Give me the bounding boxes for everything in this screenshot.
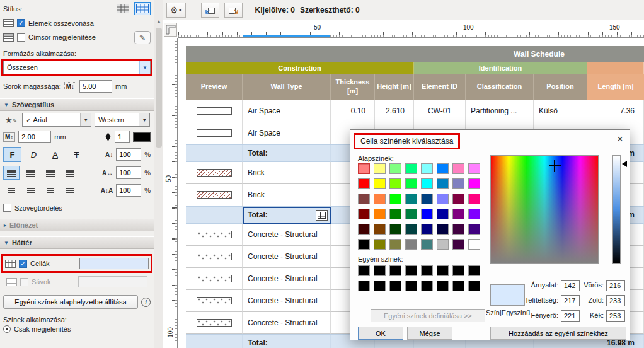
custom-color-swatch[interactable] xyxy=(468,281,480,291)
custom-color-swatch[interactable] xyxy=(437,281,449,291)
cell-wall-type[interactable]: Concrete - Structural xyxy=(243,246,331,268)
cell-total-label[interactable]: Total: xyxy=(243,145,331,162)
text-size-input[interactable] xyxy=(18,130,51,143)
close-icon[interactable]: × xyxy=(617,134,623,144)
bands-checkbox[interactable] xyxy=(20,278,28,286)
blue-value[interactable]: 253 xyxy=(606,310,625,322)
basic-color-swatch[interactable] xyxy=(374,194,386,204)
basic-color-swatch[interactable] xyxy=(452,163,464,174)
pen-number-input[interactable] xyxy=(115,130,130,143)
custom-color-swatch[interactable] xyxy=(437,265,449,276)
horizontal-ruler[interactable]: 50100150 xyxy=(178,23,644,38)
favorites-button[interactable]: ★✎ xyxy=(3,113,19,127)
basic-color-swatch[interactable] xyxy=(358,178,370,189)
luminance-arrow-icon[interactable] xyxy=(622,161,627,167)
cell-height[interactable]: 2.610 xyxy=(375,100,414,122)
scroll-up-icon[interactable]: ▲ xyxy=(154,19,163,23)
basic-color-swatch[interactable] xyxy=(358,224,370,235)
line-spacing-input[interactable] xyxy=(116,148,141,161)
custom-color-swatch[interactable] xyxy=(452,281,464,291)
valign-bottom-button[interactable] xyxy=(42,183,59,197)
preview-section[interactable]: ▸ Előnézet xyxy=(0,219,154,231)
schedule-title-row[interactable]: Wall Schedule xyxy=(186,46,644,62)
table-view-button[interactable] xyxy=(115,2,131,15)
red-value[interactable]: 216 xyxy=(606,280,625,291)
align-center-button[interactable] xyxy=(23,166,39,180)
align-left-button[interactable] xyxy=(3,166,20,180)
edit-title-button[interactable]: ✎ xyxy=(134,31,151,44)
cell-wall-type[interactable]: Concrete - Structural xyxy=(243,268,331,290)
ruler-origin-button[interactable] xyxy=(164,23,177,37)
basic-color-swatch[interactable] xyxy=(437,239,449,250)
green-value[interactable]: 233 xyxy=(606,295,625,306)
underline-button[interactable]: A xyxy=(46,147,64,162)
text-style-section[interactable]: ▼ Szövegstílus xyxy=(0,98,154,111)
basic-color-swatch[interactable] xyxy=(358,163,370,174)
row-height-input[interactable] xyxy=(79,80,112,93)
basic-color-swatch[interactable] xyxy=(405,239,417,250)
word-wrap-checkbox[interactable] xyxy=(3,204,11,212)
basic-color-swatch[interactable] xyxy=(358,209,370,219)
cell-wall-type[interactable]: Brick xyxy=(243,184,331,206)
custom-color-swatch[interactable] xyxy=(405,281,417,291)
bold-button[interactable]: F xyxy=(3,147,21,162)
align-justify-button[interactable] xyxy=(62,166,78,180)
basic-color-swatch[interactable] xyxy=(421,224,433,235)
basic-color-swatch[interactable] xyxy=(468,209,480,219)
basic-color-swatch[interactable] xyxy=(389,194,401,204)
cell-wall-type[interactable]: Concrete - Structural xyxy=(243,290,331,312)
cell-preview[interactable] xyxy=(186,207,243,224)
inject-parameters-button[interactable] xyxy=(224,3,243,18)
basic-color-swatch[interactable] xyxy=(452,194,464,204)
basic-color-swatch[interactable] xyxy=(468,163,480,174)
basic-color-swatch[interactable] xyxy=(374,224,386,235)
pickup-parameters-button[interactable] xyxy=(201,3,219,18)
custom-color-swatch[interactable] xyxy=(389,265,401,276)
pen-color-swatch[interactable] xyxy=(133,132,151,142)
basic-color-swatch[interactable] xyxy=(389,163,401,174)
basic-color-swatch[interactable] xyxy=(374,178,386,189)
column-header[interactable]: Position xyxy=(534,74,587,100)
custom-color-swatch[interactable] xyxy=(452,265,464,276)
cell-preview[interactable] xyxy=(186,335,243,348)
define-custom-colors-button[interactable]: Egyéni színek definiálása >> xyxy=(371,309,485,322)
format-apply-combo[interactable]: Összesen ▼ xyxy=(3,61,151,74)
basic-color-swatch[interactable] xyxy=(405,224,417,235)
basic-color-swatch[interactable] xyxy=(421,163,433,174)
basic-color-swatch[interactable] xyxy=(405,178,417,189)
hue-saturation-field[interactable] xyxy=(490,155,599,264)
scrollbar-thumb[interactable] xyxy=(156,28,162,148)
cell-preview[interactable] xyxy=(186,100,243,122)
column-header[interactable]: Preview xyxy=(186,74,243,100)
column-header[interactable]: Element ID xyxy=(414,74,466,100)
valign-top-button[interactable] xyxy=(3,183,20,197)
custom-color-swatch[interactable] xyxy=(374,265,386,276)
merge-elements-checkbox[interactable] xyxy=(17,19,25,27)
cell-wall-type[interactable]: Concrete - Structural xyxy=(243,312,331,334)
show-title-checkbox[interactable] xyxy=(17,33,25,42)
luminance-slider[interactable] xyxy=(612,155,621,264)
width-factor-input[interactable] xyxy=(116,166,141,179)
basic-color-swatch[interactable] xyxy=(421,194,433,204)
cancel-button[interactable]: Mégse xyxy=(407,327,452,340)
cell-preview[interactable] xyxy=(186,184,243,206)
tracking-input[interactable] xyxy=(116,184,141,197)
add-custom-color-button[interactable]: Hozzáadás az egyéni színekhez xyxy=(490,327,626,340)
custom-color-swatch[interactable] xyxy=(358,265,370,276)
column-header[interactable]: Height [m] xyxy=(375,74,414,100)
cell-preview[interactable] xyxy=(186,162,243,184)
cell-preview[interactable] xyxy=(186,312,243,334)
panel-scrollbar[interactable]: ▲ xyxy=(154,0,163,348)
basic-color-swatch[interactable] xyxy=(437,163,449,174)
cell-preview[interactable] xyxy=(186,268,243,290)
background-section[interactable]: ▼ Háttér xyxy=(0,236,154,249)
basic-color-swatch[interactable] xyxy=(421,239,433,250)
display-only-radio[interactable] xyxy=(3,325,11,333)
luminance-value[interactable]: 221 xyxy=(561,310,580,322)
strikethrough-button[interactable]: T xyxy=(67,147,86,162)
cell-wall-type[interactable]: Concrete - Structural xyxy=(243,224,331,246)
custom-color-swatch[interactable] xyxy=(421,265,433,276)
custom-color-swatch[interactable] xyxy=(374,281,386,291)
basic-color-swatch[interactable] xyxy=(405,194,417,204)
cell-wall-type[interactable]: Air Space xyxy=(243,100,331,122)
